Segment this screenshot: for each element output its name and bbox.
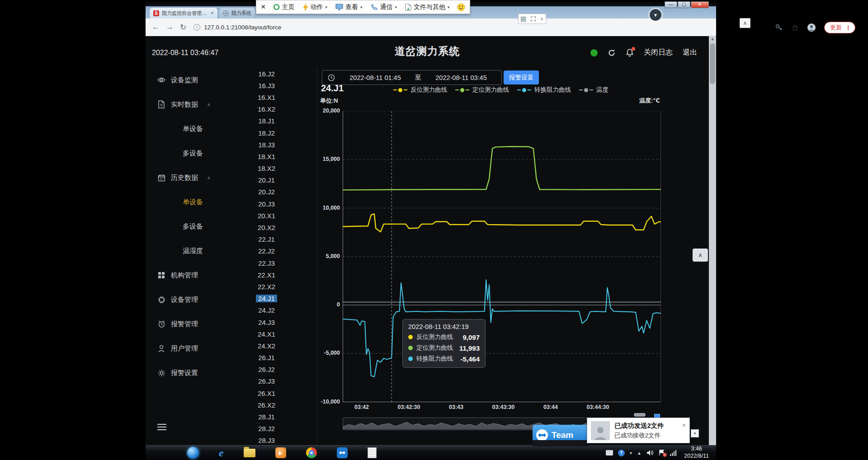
sidebar-item[interactable]: 用户管理: [146, 336, 216, 361]
media-player-icon[interactable]: ▶: [275, 447, 286, 458]
key-icon[interactable]: [775, 23, 783, 32]
alarm-settings-button[interactable]: 报警设置: [504, 70, 539, 84]
collapse-circle-button[interactable]: ▼: [650, 9, 661, 21]
grid-handle-icon[interactable]: [521, 16, 526, 22]
device-list-item[interactable]: 26.J2: [216, 364, 317, 376]
back-to-top-button[interactable]: ∧: [693, 249, 708, 262]
minimap-scroll-pill[interactable]: [634, 413, 646, 417]
network-signal-icon[interactable]: [670, 450, 677, 456]
action-center-flag-icon[interactable]: ×: [659, 450, 665, 456]
device-list-item[interactable]: 22.X2: [216, 281, 317, 292]
sidebar-item[interactable]: 机构管理: [146, 263, 216, 287]
sidebar-item[interactable]: 历史数据 ∧: [146, 165, 216, 190]
device-list-item[interactable]: 18.J3: [216, 139, 317, 150]
notification-caret-button[interactable]: ▾: [691, 429, 699, 437]
device-list-item[interactable]: 28.J1: [216, 411, 317, 422]
device-list-item[interactable]: 22.J2: [216, 245, 317, 257]
site-info-icon[interactable]: i: [193, 24, 200, 31]
device-list-item[interactable]: 26.X1: [216, 387, 317, 399]
device-list-item[interactable]: 18.J1: [216, 115, 317, 127]
reload-icon[interactable]: ↻: [180, 23, 186, 32]
sidebar-item[interactable]: 单设备: [146, 117, 216, 141]
minimize-button[interactable]: —: [665, 1, 677, 8]
notification-bell-icon[interactable]: [626, 48, 634, 57]
notification-close-icon[interactable]: ×: [682, 422, 686, 429]
page-scrollbar[interactable]: ▲: [709, 36, 716, 445]
device-list-item[interactable]: 28.J2: [216, 423, 317, 435]
chrome-icon[interactable]: [306, 447, 317, 458]
device-list-item[interactable]: 16.X1: [216, 91, 317, 103]
device-list-item[interactable]: 24.J2: [216, 305, 317, 316]
device-list-item[interactable]: 20.J3: [216, 198, 317, 210]
sidebar-item[interactable]: 实时数据 ∧: [146, 92, 216, 117]
refresh-icon[interactable]: [608, 49, 616, 57]
legend-item[interactable]: 定位测力曲线: [455, 86, 509, 94]
device-list-item[interactable]: 26.J1: [216, 352, 317, 364]
forward-icon[interactable]: →: [166, 23, 174, 32]
device-list-item[interactable]: 22.X1: [216, 269, 317, 281]
device-list-item[interactable]: 26.X2: [216, 399, 317, 411]
teamviewer-taskbar-icon[interactable]: [337, 447, 348, 458]
browser-tab-force[interactable]: 阻力系统: [219, 7, 256, 19]
smiley-icon[interactable]: [457, 3, 465, 11]
sidebar-collapse-icon[interactable]: [157, 424, 166, 430]
menu-dots-icon[interactable]: ⋮: [845, 24, 851, 31]
profile-icon[interactable]: [807, 23, 816, 32]
chart-plot-area[interactable]: [343, 111, 661, 402]
sidebar-item[interactable]: 温湿度: [146, 239, 216, 263]
collapse-up-icon[interactable]: ∧: [540, 16, 543, 21]
update-button[interactable]: 更新 ⋮: [824, 22, 855, 33]
remote-toolbar-item[interactable]: 查看 ▾: [335, 3, 363, 11]
close-log-button[interactable]: 关闭日志: [644, 48, 673, 57]
viewer-scroll-up-button[interactable]: ∧: [740, 18, 750, 28]
range-start-input[interactable]: 2022-08-11 01:45: [341, 74, 409, 81]
sidebar-item[interactable]: 报警管理: [146, 312, 216, 336]
internet-explorer-icon[interactable]: e: [219, 447, 224, 459]
device-list-item[interactable]: 22.J1: [216, 234, 317, 245]
remote-toolbar-item[interactable]: 文件与其他 ▾: [405, 3, 450, 11]
device-list-item[interactable]: 18.X1: [216, 150, 317, 162]
device-list-item[interactable]: 22.J3: [216, 257, 317, 269]
url-text[interactable]: 127.0.0.1:21008/layout/force: [204, 24, 281, 31]
transfer-notification[interactable]: 已成功发送2文件 已成功接收2文件 ×: [587, 418, 690, 443]
range-end-input[interactable]: 2022-08-11 03:45: [427, 74, 495, 81]
device-list-item[interactable]: 24.J1: [216, 293, 317, 305]
device-list-item[interactable]: 16.X2: [216, 103, 317, 115]
remote-toolbar-item[interactable]: 主页: [273, 3, 295, 11]
device-list-item[interactable]: 20.X1: [216, 210, 317, 221]
remote-toolbar-item[interactable]: 动作 ▾: [303, 3, 328, 11]
device-list-item[interactable]: 20.X2: [216, 221, 317, 233]
logout-button[interactable]: 退出: [683, 48, 697, 57]
taskbar-clock[interactable]: 3:46 2022/8/11: [684, 446, 709, 460]
device-list-item[interactable]: 16.J2: [216, 68, 317, 80]
device-list-item[interactable]: 20.J1: [216, 174, 317, 186]
device-list-item[interactable]: 26.J3: [216, 376, 317, 387]
explorer-folder-icon[interactable]: [244, 449, 255, 457]
bookmark-star-icon[interactable]: ☆: [791, 23, 799, 33]
maximize-button[interactable]: ▢: [678, 1, 690, 8]
legend-item[interactable]: 反位测力曲线: [393, 86, 447, 94]
device-list-item[interactable]: 24.J3: [216, 316, 317, 328]
device-list-item[interactable]: 18.J2: [216, 127, 317, 139]
sidebar-item[interactable]: 设备监测: [146, 68, 216, 92]
start-orb-icon[interactable]: [187, 447, 199, 459]
volume-icon[interactable]: [646, 450, 654, 456]
notepad-icon[interactable]: [368, 447, 377, 458]
sidebar-item[interactable]: 多设备: [146, 141, 216, 165]
device-list-item[interactable]: 20.J2: [216, 186, 317, 198]
tray-caret-icon[interactable]: ▾: [630, 451, 632, 455]
back-icon[interactable]: ←: [152, 23, 160, 32]
tray-expand-icon[interactable]: ▲: [637, 451, 642, 455]
fullscreen-icon[interactable]: [531, 16, 536, 21]
sidebar-item[interactable]: 设备管理: [146, 287, 216, 312]
date-range-picker[interactable]: 2022-08-11 01:45 至 2022-08-11 03:45: [322, 70, 502, 85]
scrollbar-up-icon[interactable]: ▲: [709, 37, 716, 41]
sidebar-item[interactable]: 单设备: [146, 190, 216, 214]
close-button[interactable]: ×: [691, 1, 709, 8]
device-list-item[interactable]: 16.J3: [216, 80, 317, 91]
legend-item[interactable]: 转换阻力曲线: [517, 86, 571, 94]
device-list-item[interactable]: 24.X2: [216, 340, 317, 352]
tab-close-icon[interactable]: ×: [211, 10, 214, 16]
browser-tab-admin[interactable]: S 阻力监控后台管理系统-设备管理 ×: [149, 7, 218, 19]
legend-item[interactable]: 温度: [579, 86, 609, 94]
